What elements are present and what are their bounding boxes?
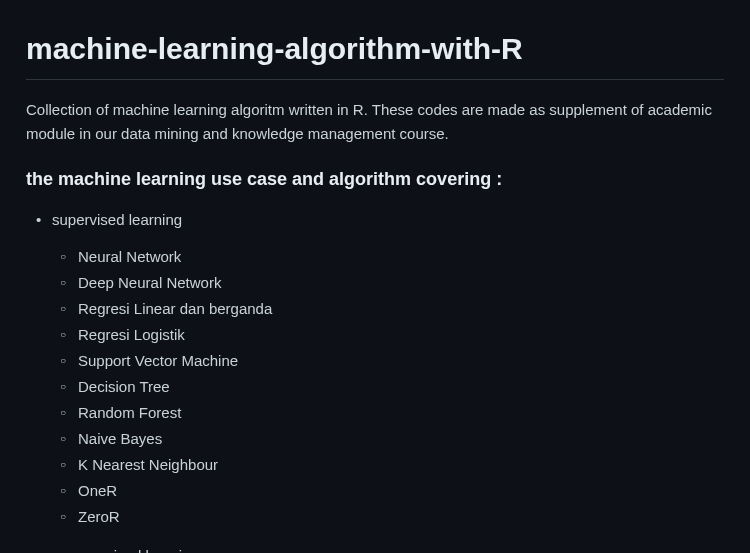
list-item: Naive Bayes [52, 427, 724, 451]
subheading: the machine learning use case and algori… [26, 166, 724, 193]
page-title: machine-learning-algorithm-with-R [26, 26, 724, 80]
category-label: supervised learning [52, 211, 182, 228]
category-label: unsupervised learning [52, 547, 199, 554]
list-item: Random Forest [52, 401, 724, 425]
list-item: supervised learning Neural Network Deep … [26, 207, 724, 529]
list-item: Deep Neural Network [52, 271, 724, 295]
list-item: Decision Tree [52, 375, 724, 399]
list-item: Neural Network [52, 245, 724, 269]
list-item: Regresi Linear dan berganda [52, 297, 724, 321]
list-item: Support Vector Machine [52, 349, 724, 373]
list-item: K Nearest Neighbour [52, 453, 724, 477]
list-item: OneR [52, 479, 724, 503]
list-item: Regresi Logistik [52, 323, 724, 347]
list-item: ZeroR [52, 505, 724, 529]
list-item: unsupervised learning Hierarchical Clust… [26, 543, 724, 554]
algorithm-list: Neural Network Deep Neural Network Regre… [52, 245, 724, 529]
category-list: supervised learning Neural Network Deep … [26, 207, 724, 553]
description-text: Collection of machine learning algoritm … [26, 98, 724, 146]
